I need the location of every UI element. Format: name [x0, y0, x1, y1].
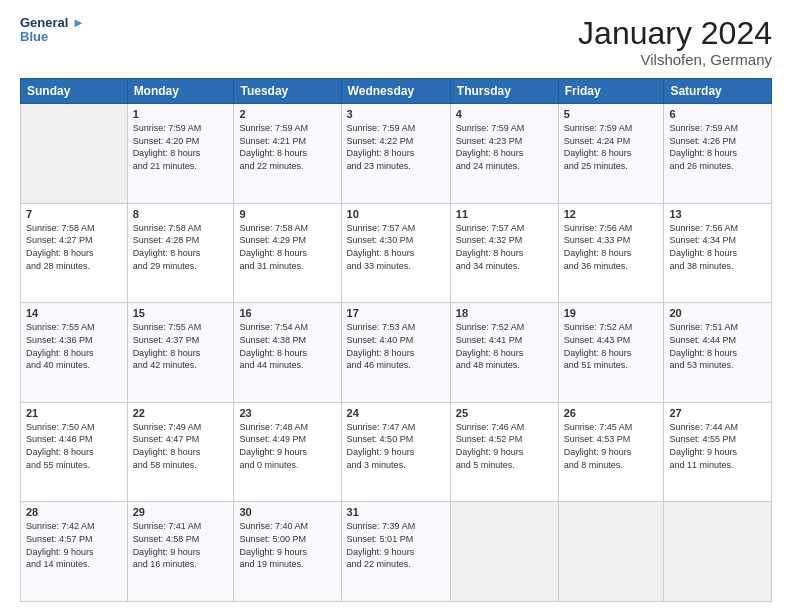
calendar-cell — [558, 502, 664, 602]
calendar-cell: 28Sunrise: 7:42 AM Sunset: 4:57 PM Dayli… — [21, 502, 128, 602]
calendar-cell — [664, 502, 772, 602]
day-number: 3 — [347, 108, 445, 120]
day-info: Sunrise: 7:57 AM Sunset: 4:30 PM Dayligh… — [347, 222, 445, 272]
day-number: 7 — [26, 208, 122, 220]
calendar-cell: 17Sunrise: 7:53 AM Sunset: 4:40 PM Dayli… — [341, 303, 450, 403]
weekday-header-sunday: Sunday — [21, 79, 128, 104]
day-info: Sunrise: 7:48 AM Sunset: 4:49 PM Dayligh… — [239, 421, 335, 471]
calendar: SundayMondayTuesdayWednesdayThursdayFrid… — [20, 78, 772, 602]
calendar-cell: 29Sunrise: 7:41 AM Sunset: 4:58 PM Dayli… — [127, 502, 234, 602]
day-info: Sunrise: 7:49 AM Sunset: 4:47 PM Dayligh… — [133, 421, 229, 471]
calendar-cell: 27Sunrise: 7:44 AM Sunset: 4:55 PM Dayli… — [664, 402, 772, 502]
day-info: Sunrise: 7:40 AM Sunset: 5:00 PM Dayligh… — [239, 520, 335, 570]
day-number: 13 — [669, 208, 766, 220]
calendar-cell: 5Sunrise: 7:59 AM Sunset: 4:24 PM Daylig… — [558, 104, 664, 204]
day-info: Sunrise: 7:45 AM Sunset: 4:53 PM Dayligh… — [564, 421, 659, 471]
calendar-cell: 11Sunrise: 7:57 AM Sunset: 4:32 PM Dayli… — [450, 203, 558, 303]
day-info: Sunrise: 7:50 AM Sunset: 4:46 PM Dayligh… — [26, 421, 122, 471]
day-number: 8 — [133, 208, 229, 220]
month-title: January 2024 — [578, 16, 772, 51]
calendar-cell: 10Sunrise: 7:57 AM Sunset: 4:30 PM Dayli… — [341, 203, 450, 303]
day-info: Sunrise: 7:52 AM Sunset: 4:41 PM Dayligh… — [456, 321, 553, 371]
day-info: Sunrise: 7:59 AM Sunset: 4:20 PM Dayligh… — [133, 122, 229, 172]
day-info: Sunrise: 7:58 AM Sunset: 4:27 PM Dayligh… — [26, 222, 122, 272]
calendar-cell: 19Sunrise: 7:52 AM Sunset: 4:43 PM Dayli… — [558, 303, 664, 403]
day-info: Sunrise: 7:59 AM Sunset: 4:22 PM Dayligh… — [347, 122, 445, 172]
day-number: 6 — [669, 108, 766, 120]
day-info: Sunrise: 7:59 AM Sunset: 4:26 PM Dayligh… — [669, 122, 766, 172]
day-number: 12 — [564, 208, 659, 220]
calendar-cell: 13Sunrise: 7:56 AM Sunset: 4:34 PM Dayli… — [664, 203, 772, 303]
day-info: Sunrise: 7:47 AM Sunset: 4:50 PM Dayligh… — [347, 421, 445, 471]
day-number: 16 — [239, 307, 335, 319]
day-info: Sunrise: 7:41 AM Sunset: 4:58 PM Dayligh… — [133, 520, 229, 570]
day-info: Sunrise: 7:58 AM Sunset: 4:29 PM Dayligh… — [239, 222, 335, 272]
day-number: 11 — [456, 208, 553, 220]
day-number: 22 — [133, 407, 229, 419]
calendar-cell: 9Sunrise: 7:58 AM Sunset: 4:29 PM Daylig… — [234, 203, 341, 303]
day-number: 20 — [669, 307, 766, 319]
calendar-cell: 16Sunrise: 7:54 AM Sunset: 4:38 PM Dayli… — [234, 303, 341, 403]
day-info: Sunrise: 7:46 AM Sunset: 4:52 PM Dayligh… — [456, 421, 553, 471]
calendar-cell: 26Sunrise: 7:45 AM Sunset: 4:53 PM Dayli… — [558, 402, 664, 502]
calendar-cell: 23Sunrise: 7:48 AM Sunset: 4:49 PM Dayli… — [234, 402, 341, 502]
day-number: 5 — [564, 108, 659, 120]
day-info: Sunrise: 7:42 AM Sunset: 4:57 PM Dayligh… — [26, 520, 122, 570]
weekday-header-friday: Friday — [558, 79, 664, 104]
day-number: 26 — [564, 407, 659, 419]
day-info: Sunrise: 7:59 AM Sunset: 4:23 PM Dayligh… — [456, 122, 553, 172]
day-number: 4 — [456, 108, 553, 120]
day-number: 31 — [347, 506, 445, 518]
day-number: 15 — [133, 307, 229, 319]
day-number: 10 — [347, 208, 445, 220]
calendar-cell: 1Sunrise: 7:59 AM Sunset: 4:20 PM Daylig… — [127, 104, 234, 204]
day-number: 2 — [239, 108, 335, 120]
calendar-cell: 18Sunrise: 7:52 AM Sunset: 4:41 PM Dayli… — [450, 303, 558, 403]
calendar-cell: 8Sunrise: 7:58 AM Sunset: 4:28 PM Daylig… — [127, 203, 234, 303]
weekday-header-tuesday: Tuesday — [234, 79, 341, 104]
day-info: Sunrise: 7:58 AM Sunset: 4:28 PM Dayligh… — [133, 222, 229, 272]
day-info: Sunrise: 7:51 AM Sunset: 4:44 PM Dayligh… — [669, 321, 766, 371]
calendar-cell — [21, 104, 128, 204]
day-number: 9 — [239, 208, 335, 220]
logo: General ► Blue — [20, 16, 85, 45]
calendar-cell: 20Sunrise: 7:51 AM Sunset: 4:44 PM Dayli… — [664, 303, 772, 403]
calendar-cell: 4Sunrise: 7:59 AM Sunset: 4:23 PM Daylig… — [450, 104, 558, 204]
calendar-cell: 31Sunrise: 7:39 AM Sunset: 5:01 PM Dayli… — [341, 502, 450, 602]
day-info: Sunrise: 7:52 AM Sunset: 4:43 PM Dayligh… — [564, 321, 659, 371]
calendar-cell: 24Sunrise: 7:47 AM Sunset: 4:50 PM Dayli… — [341, 402, 450, 502]
weekday-header-saturday: Saturday — [664, 79, 772, 104]
day-number: 17 — [347, 307, 445, 319]
day-info: Sunrise: 7:59 AM Sunset: 4:21 PM Dayligh… — [239, 122, 335, 172]
weekday-header-thursday: Thursday — [450, 79, 558, 104]
calendar-cell: 22Sunrise: 7:49 AM Sunset: 4:47 PM Dayli… — [127, 402, 234, 502]
calendar-cell: 15Sunrise: 7:55 AM Sunset: 4:37 PM Dayli… — [127, 303, 234, 403]
day-info: Sunrise: 7:56 AM Sunset: 4:34 PM Dayligh… — [669, 222, 766, 272]
day-number: 28 — [26, 506, 122, 518]
day-number: 21 — [26, 407, 122, 419]
day-number: 29 — [133, 506, 229, 518]
day-info: Sunrise: 7:53 AM Sunset: 4:40 PM Dayligh… — [347, 321, 445, 371]
day-number: 25 — [456, 407, 553, 419]
day-number: 1 — [133, 108, 229, 120]
day-info: Sunrise: 7:44 AM Sunset: 4:55 PM Dayligh… — [669, 421, 766, 471]
day-number: 19 — [564, 307, 659, 319]
calendar-cell: 25Sunrise: 7:46 AM Sunset: 4:52 PM Dayli… — [450, 402, 558, 502]
day-info: Sunrise: 7:55 AM Sunset: 4:37 PM Dayligh… — [133, 321, 229, 371]
calendar-cell: 14Sunrise: 7:55 AM Sunset: 4:36 PM Dayli… — [21, 303, 128, 403]
calendar-cell: 21Sunrise: 7:50 AM Sunset: 4:46 PM Dayli… — [21, 402, 128, 502]
calendar-cell — [450, 502, 558, 602]
calendar-cell: 2Sunrise: 7:59 AM Sunset: 4:21 PM Daylig… — [234, 104, 341, 204]
weekday-header-monday: Monday — [127, 79, 234, 104]
day-number: 18 — [456, 307, 553, 319]
header: General ► Blue January 2024 Vilshofen, G… — [20, 16, 772, 68]
day-number: 24 — [347, 407, 445, 419]
title-block: January 2024 Vilshofen, Germany — [578, 16, 772, 68]
day-info: Sunrise: 7:39 AM Sunset: 5:01 PM Dayligh… — [347, 520, 445, 570]
day-number: 27 — [669, 407, 766, 419]
calendar-cell: 30Sunrise: 7:40 AM Sunset: 5:00 PM Dayli… — [234, 502, 341, 602]
calendar-cell: 3Sunrise: 7:59 AM Sunset: 4:22 PM Daylig… — [341, 104, 450, 204]
calendar-cell: 6Sunrise: 7:59 AM Sunset: 4:26 PM Daylig… — [664, 104, 772, 204]
day-info: Sunrise: 7:59 AM Sunset: 4:24 PM Dayligh… — [564, 122, 659, 172]
calendar-cell: 12Sunrise: 7:56 AM Sunset: 4:33 PM Dayli… — [558, 203, 664, 303]
